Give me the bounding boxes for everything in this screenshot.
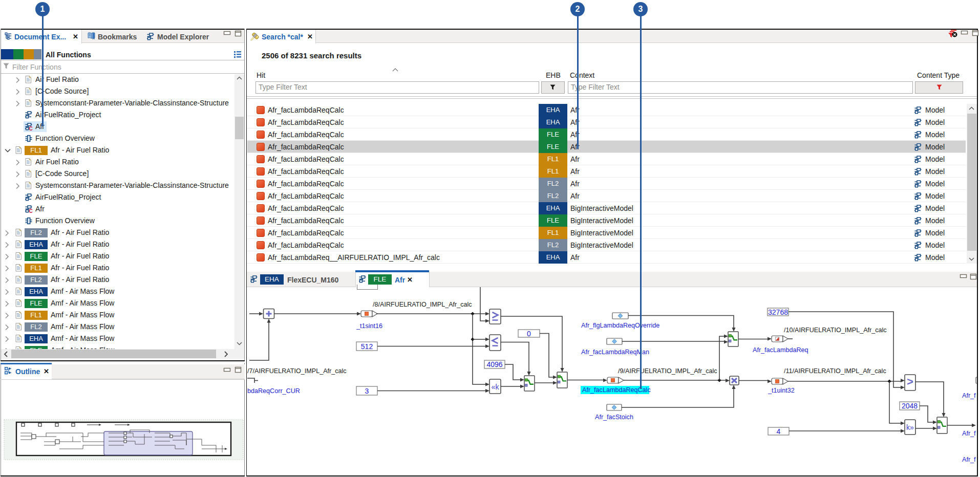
svg-text:Afr_f: Afr_f <box>962 392 976 399</box>
svg-text:Afr_facLambdaReq: Afr_facLambdaReq <box>753 346 808 354</box>
svg-text:4: 4 <box>777 427 781 436</box>
svg-text:/9/AIRFUELRATIO_IMPL_Afr_calc: /9/AIRFUELRATIO_IMPL_Afr_calc <box>618 367 717 375</box>
svg-text:/11/AIRFUELRATIO_IMPL_Afr_calc: /11/AIRFUELRATIO_IMPL_Afr_calc <box>784 367 886 375</box>
svg-text:/7/AIRFUELRATIO_IMPL_Afr_calc: /7/AIRFUELRATIO_IMPL_Afr_calc <box>247 367 347 375</box>
svg-text:3: 3 <box>365 387 369 395</box>
svg-text:_t1sint16: _t1sint16 <box>356 322 382 330</box>
svg-text:_t1uint32: _t1uint32 <box>768 387 795 394</box>
svg-text:Afr_facStoich: Afr_facStoich <box>595 414 633 421</box>
svg-text:«k: «k <box>492 383 500 391</box>
svg-text:/10/AIRFUELRATIO_IMPL_Afr_calc: /10/AIRFUELRATIO_IMPL_Afr_calc <box>784 327 887 334</box>
svg-text:0: 0 <box>527 330 531 338</box>
svg-text:bdaReqCorr_CUR: bdaReqCorr_CUR <box>247 387 300 395</box>
svg-text:Afr_f: Afr_f <box>962 456 976 463</box>
svg-text:/8/AIRFUELRATIO_IMPL_Afr_calc: /8/AIRFUELRATIO_IMPL_Afr_calc <box>373 301 472 308</box>
svg-text:>: > <box>907 375 913 388</box>
svg-text:2048: 2048 <box>902 402 918 410</box>
svg-text:Afr_flgLambdaReqOverride: Afr_flgLambdaReqOverride <box>581 322 659 329</box>
svg-text:32768: 32768 <box>768 308 788 316</box>
svg-text:Afr_f: Afr_f <box>962 430 976 437</box>
svg-text:512: 512 <box>361 342 373 351</box>
svg-text:Afr_facLambdaReqMan: Afr_facLambdaReqMan <box>581 349 649 356</box>
svg-text:4096: 4096 <box>486 360 502 368</box>
svg-text:k»: k» <box>906 423 914 431</box>
